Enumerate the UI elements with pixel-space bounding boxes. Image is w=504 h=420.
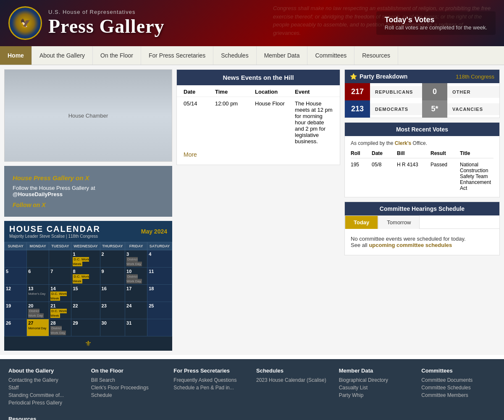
dem-label: DEMOCRATS bbox=[370, 103, 422, 115]
cal-day: 12 bbox=[5, 285, 27, 302]
col-bill: Bill bbox=[397, 150, 430, 156]
cal-tue: TUESDAY bbox=[49, 242, 71, 250]
votes-box: Most Recent Votes As compiled by the Cle… bbox=[344, 122, 500, 197]
cal-day-memorial: 27Memorial Day bbox=[27, 319, 49, 336]
upcoming-link[interactable]: upcoming committee schedules bbox=[369, 242, 452, 248]
footer-item[interactable]: Standing Committee of... bbox=[8, 392, 83, 398]
left-column: House Chamber House Press Gallery on X F… bbox=[4, 69, 172, 351]
footer-about-title: About the Gallery bbox=[8, 368, 83, 374]
calendar-header-left: HOUSE CALENDAR Majority Leader Steve Sca… bbox=[9, 224, 100, 239]
nav-press-secretaries[interactable]: For Press Secretaries bbox=[141, 46, 213, 65]
calendar-header: HOUSE CALENDAR Majority Leader Steve Sca… bbox=[4, 221, 172, 242]
vac-count: 5* bbox=[422, 100, 447, 118]
footer-item[interactable]: Biographical Directory bbox=[339, 377, 413, 383]
footer-item[interactable]: Schedule bbox=[91, 392, 165, 398]
nav-home[interactable]: Home bbox=[0, 46, 32, 65]
votes-col-headers: Roll Date Bill Result Title bbox=[351, 150, 494, 158]
footer-col-member: Member Data Biographical Directory Casua… bbox=[339, 368, 413, 407]
footer-item[interactable]: Committee Documents bbox=[421, 377, 496, 383]
votes-title: Today's Votes bbox=[385, 16, 487, 24]
nav-about[interactable]: About the Gallery bbox=[32, 46, 93, 65]
nav-resources[interactable]: Resources bbox=[354, 46, 398, 65]
page-footer: About the Gallery Contacting the Gallery… bbox=[0, 359, 504, 420]
col-time: Time bbox=[215, 89, 253, 95]
footer-col-committees: Committees Committee Documents Committee… bbox=[421, 368, 496, 407]
cal-wed: WEDNESDAY bbox=[71, 242, 100, 250]
footer-item[interactable]: Committee Members bbox=[421, 392, 496, 398]
rep-label: REPUBLICANS bbox=[370, 86, 422, 98]
cal-sat: SATURDAY bbox=[147, 242, 172, 250]
footer-item[interactable]: 2023 House Calendar (Scalise) bbox=[256, 377, 331, 383]
twitter-text: Follow the House Press Gallery at @House… bbox=[13, 185, 164, 197]
clerk-link[interactable]: Clerk's bbox=[395, 140, 412, 146]
cal-day: 10District Work Day bbox=[125, 268, 147, 285]
twitter-follow-link[interactable]: Follow on X bbox=[13, 202, 164, 208]
col-result: Result bbox=[430, 150, 460, 156]
news-more-link[interactable]: More bbox=[184, 151, 197, 158]
footer-member-title: Member Data bbox=[339, 368, 413, 374]
party-congress: 118th Congress bbox=[456, 74, 494, 80]
cal-day bbox=[27, 250, 49, 268]
footer-item[interactable]: Periodical Press Gallery bbox=[8, 400, 83, 406]
cal-day: 20District Work Day bbox=[27, 302, 49, 319]
nav-schedules[interactable]: Schedules bbox=[213, 46, 256, 65]
tab-today[interactable]: Today bbox=[345, 215, 378, 229]
cal-day bbox=[5, 250, 27, 268]
news-header: News Events on the Hill bbox=[177, 70, 340, 85]
footer-item[interactable]: Party Whip bbox=[339, 392, 413, 398]
cal-day: 1D.C. Work Week bbox=[71, 250, 100, 268]
footer-item[interactable]: Staff bbox=[8, 385, 83, 391]
rep-count: 217 bbox=[345, 83, 370, 100]
cal-day: 3District Work Day bbox=[125, 250, 147, 268]
page-header: 🦅 U.S. House of Representatives Press Ga… bbox=[0, 0, 504, 46]
votes-clerk-text: As compiled by the Clerk's Office. bbox=[351, 140, 494, 146]
cal-sun: SUNDAY bbox=[5, 242, 27, 250]
footer-item[interactable]: Bill Search bbox=[91, 377, 165, 383]
cal-day: 18 bbox=[147, 285, 172, 302]
cal-day: 26 bbox=[5, 319, 27, 336]
header-votes: Today's Votes Roll call votes are comple… bbox=[376, 11, 496, 35]
cal-day bbox=[147, 319, 172, 336]
tab-tomorrow[interactable]: Tomorrow bbox=[378, 215, 420, 229]
house-image-placeholder: House Chamber bbox=[5, 70, 172, 161]
footer-press-title: For Press Secretaries bbox=[173, 368, 248, 374]
twitter-handle: @HouseDailyPress bbox=[13, 191, 63, 197]
cal-day: 16 bbox=[100, 285, 125, 302]
cal-thu: THURSDAY bbox=[100, 242, 125, 250]
footer-resources-title: Resources bbox=[8, 416, 83, 420]
nav-committees[interactable]: Committees bbox=[307, 46, 354, 65]
cal-day: 25 bbox=[147, 302, 172, 319]
house-chamber-image: House Chamber bbox=[4, 69, 172, 162]
header-title-block: U.S. House of Representatives Press Gall… bbox=[48, 9, 165, 37]
middle-column: News Events on the Hill Date Time Locati… bbox=[172, 69, 344, 351]
footer-item[interactable]: Frequently Asked Questions bbox=[173, 377, 248, 383]
col-date: Date bbox=[372, 150, 397, 156]
cal-week-3: 12 13Mother's Day 14D.C. Work Week 15 16… bbox=[5, 285, 172, 302]
footer-grid: About the Gallery Contacting the Gallery… bbox=[8, 368, 496, 420]
party-breakdown-box: ⭐ Party Breakdown 118th Congress 217 REP… bbox=[344, 69, 500, 118]
cal-day: 30 bbox=[100, 319, 125, 336]
footer-item[interactable]: Schedule a Pen & Pad in... bbox=[173, 385, 248, 391]
main-content: House Chamber House Press Gallery on X F… bbox=[0, 65, 504, 355]
cal-day: 24 bbox=[125, 302, 147, 319]
footer-committees-title: Committees bbox=[421, 368, 496, 374]
news-date: 05/14 bbox=[184, 100, 213, 144]
footer-col-schedules: Schedules 2023 House Calendar (Scalise) bbox=[256, 368, 331, 407]
cal-day: 28District Work Day bbox=[49, 319, 71, 336]
footer-item[interactable]: Clerk's Floor Proceedings bbox=[91, 385, 165, 391]
nav-member-data[interactable]: Member Data bbox=[257, 46, 308, 65]
committee-box: Committee Hearings Schedule Today Tomorr… bbox=[344, 202, 500, 255]
footer-item[interactable]: Committee Schedules bbox=[421, 385, 496, 391]
committee-tabs: Today Tomorrow bbox=[345, 215, 499, 229]
cal-fri: FRIDAY bbox=[125, 242, 147, 250]
footer-item[interactable]: Casualty List bbox=[339, 385, 413, 391]
cal-day: 13Mother's Day bbox=[27, 285, 49, 302]
cal-week-5: 26 27Memorial Day 28District Work Day 29… bbox=[5, 319, 172, 336]
cal-day: 4 bbox=[147, 250, 172, 268]
news-box: News Events on the Hill Date Time Locati… bbox=[176, 69, 340, 165]
star-icon: ⭐ bbox=[350, 73, 357, 80]
nav-floor[interactable]: On the Floor bbox=[93, 46, 141, 65]
footer-item[interactable]: Contacting the Gallery bbox=[8, 377, 83, 383]
other-count: 0 bbox=[422, 83, 447, 100]
committee-content: No committee events were scheduled for t… bbox=[345, 229, 499, 255]
